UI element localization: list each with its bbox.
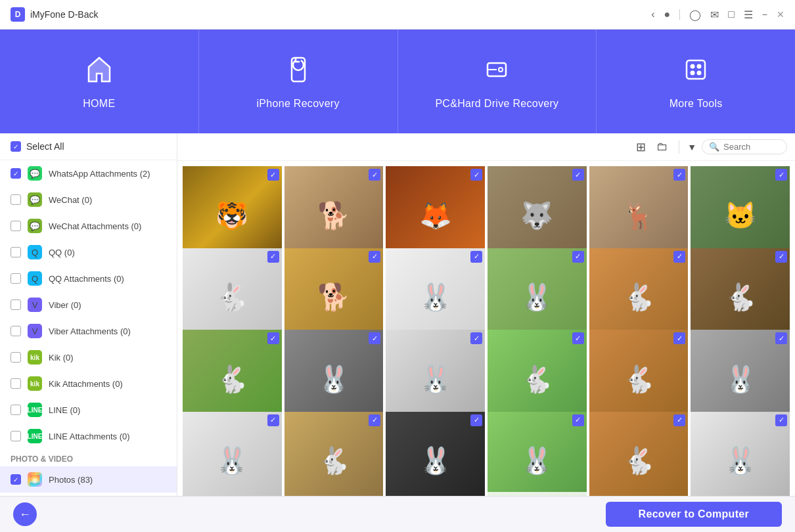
- photo-cell[interactable]: 🐰 ✓: [183, 412, 282, 497]
- photo-check: ✓: [572, 251, 584, 263]
- photo-grid: 🐯 ✓ 🐕 ✓ 🦊 ✓ 🐺 ✓: [177, 161, 795, 496]
- page-prev-button[interactable]: ‹: [522, 495, 526, 496]
- page-info: 3 / 4: [530, 495, 545, 496]
- svg-point-7: [691, 71, 694, 74]
- sidebar-item-line[interactable]: LINE LINE (0): [0, 397, 177, 423]
- photo-check: ✓: [572, 332, 584, 344]
- wechat-att-checkbox[interactable]: [11, 221, 21, 231]
- nav-iphone-recovery[interactable]: iPhone Recovery: [199, 30, 398, 133]
- select-all-row[interactable]: ✓ Select All: [0, 133, 177, 160]
- sidebar-item-wechat-att[interactable]: 💬 WeChat Attachments (0): [0, 213, 177, 239]
- search-input[interactable]: [723, 142, 776, 152]
- photo-check: ✓: [470, 251, 482, 263]
- photo-check: ✓: [470, 414, 482, 426]
- sidebar-item-whatsapp[interactable]: ✓ 💬 WhatsApp Attachments (2): [0, 160, 177, 187]
- line-icon: LINE: [28, 403, 42, 417]
- folder-view-button[interactable]: 🗀: [654, 139, 671, 155]
- recover-button[interactable]: Recover to Computer: [606, 502, 782, 527]
- nav-more-label: More Tools: [670, 98, 723, 110]
- main-area: ✓ Select All ✓ 💬 WhatsApp Attachments (2…: [0, 133, 795, 496]
- select-all-checkbox[interactable]: ✓: [11, 141, 21, 152]
- wechat-att-icon: 💬: [28, 219, 42, 233]
- viber-icon: V: [28, 298, 42, 312]
- photo-cell[interactable]: 🐰 ✓: [691, 412, 790, 497]
- page-next-button[interactable]: ›: [549, 495, 552, 496]
- qq-att-icon: Q: [28, 271, 42, 286]
- section-label: Photo & Video: [11, 454, 73, 464]
- share-icon[interactable]: ‹: [651, 9, 654, 20]
- photo-check: ✓: [775, 169, 787, 181]
- viber-att-icon: V: [28, 324, 42, 338]
- photos-checkbox[interactable]: ✓: [11, 474, 21, 485]
- photo-check: ✓: [470, 169, 482, 181]
- user-icon[interactable]: ●: [664, 9, 670, 20]
- search-box[interactable]: 🔍: [702, 139, 787, 154]
- hdd-icon: [481, 54, 512, 91]
- menu-icon[interactable]: ☰: [744, 9, 753, 21]
- line-checkbox[interactable]: [11, 405, 21, 415]
- wechat-att-label: WeChat Attachments (0): [49, 221, 141, 231]
- viber-att-label: Viber Attachments (0): [49, 326, 131, 336]
- filter-icon: ▼: [687, 142, 696, 152]
- photos-icon: 🌅: [28, 472, 42, 487]
- minimize-button[interactable]: −: [762, 9, 767, 20]
- sidebar-item-photos[interactable]: ✓ 🌅 Photos (83): [0, 466, 177, 493]
- settings-icon[interactable]: ◯: [689, 9, 701, 21]
- photo-check: ✓: [572, 414, 584, 426]
- nav-home-label: HOME: [83, 98, 115, 110]
- sidebar-item-line-att[interactable]: LINE LINE Attachments (0): [0, 423, 177, 449]
- wechat-label: WeChat (0): [49, 195, 92, 205]
- sidebar-item-kik[interactable]: kik Kik (0): [0, 344, 177, 370]
- toolbar-separator: [679, 141, 679, 154]
- nav-more-tools[interactable]: More Tools: [597, 30, 795, 133]
- photo-check: ✓: [267, 251, 279, 263]
- photo-cell[interactable]: 🐰 « ‹ 3 / 4 › » ✓: [488, 412, 587, 497]
- viber-att-checkbox[interactable]: [11, 326, 21, 336]
- photo-check: ✓: [775, 251, 787, 263]
- sidebar-item-viber[interactable]: V Viber (0): [0, 292, 177, 318]
- nav-home[interactable]: HOME: [0, 30, 199, 133]
- titlebar-left: D iMyFone D-Back: [11, 7, 98, 22]
- grid-icon: [680, 54, 712, 91]
- svg-point-5: [691, 64, 694, 68]
- sidebar-item-wechat[interactable]: 💬 WeChat (0): [0, 187, 177, 213]
- qq-checkbox[interactable]: [11, 247, 21, 257]
- close-button[interactable]: ✕: [777, 9, 784, 20]
- chat-icon[interactable]: □: [728, 9, 735, 20]
- mail-icon[interactable]: ✉: [710, 9, 719, 21]
- line-att-checkbox[interactable]: [11, 431, 21, 441]
- line-att-icon: LINE: [28, 429, 42, 443]
- svg-point-6: [698, 64, 701, 68]
- photo-cell[interactable]: 🐇 ✓: [589, 412, 689, 497]
- app-logo: D: [11, 7, 25, 22]
- sidebar-item-qq-att[interactable]: Q QQ Attachments (0): [0, 265, 177, 292]
- qq-att-checkbox[interactable]: [11, 273, 21, 284]
- kik-att-checkbox[interactable]: [11, 378, 21, 389]
- nav-pc-recovery[interactable]: PC&Hard Drive Recovery: [398, 30, 597, 133]
- kik-att-icon: kik: [28, 376, 42, 391]
- whatsapp-label: WhatsApp Attachments (2): [49, 169, 150, 179]
- sidebar: ✓ Select All ✓ 💬 WhatsApp Attachments (2…: [0, 133, 177, 496]
- sidebar-item-qq[interactable]: Q QQ (0): [0, 239, 177, 265]
- svg-point-8: [698, 71, 701, 74]
- wechat-checkbox[interactable]: [11, 194, 21, 205]
- photo-cell[interactable]: 🐇 ✓: [284, 412, 384, 497]
- page-first-button[interactable]: «: [513, 495, 518, 496]
- kik-checkbox[interactable]: [11, 352, 21, 363]
- wechat-icon: 💬: [28, 192, 42, 207]
- sidebar-item-kik-att[interactable]: kik Kik Attachments (0): [0, 370, 177, 397]
- photo-check: ✓: [470, 332, 482, 344]
- nav-pc-label: PC&Hard Drive Recovery: [435, 98, 558, 110]
- whatsapp-checkbox[interactable]: ✓: [11, 168, 21, 179]
- sidebar-item-viber-att[interactable]: V Viber Attachments (0): [0, 318, 177, 344]
- page-last-button[interactable]: »: [556, 495, 561, 496]
- back-icon: ←: [19, 508, 31, 521]
- photo-video-section: Photo & Video: [0, 449, 177, 466]
- back-button[interactable]: ←: [13, 502, 37, 526]
- filter-button[interactable]: ▼: [687, 142, 696, 152]
- photo-cell[interactable]: 🐰 ✓: [386, 412, 485, 497]
- app-title: iMyFone D-Back: [30, 9, 98, 20]
- grid-view-button[interactable]: ⊞: [633, 139, 648, 156]
- titlebar-separator: [679, 9, 680, 20]
- viber-checkbox[interactable]: [11, 299, 21, 310]
